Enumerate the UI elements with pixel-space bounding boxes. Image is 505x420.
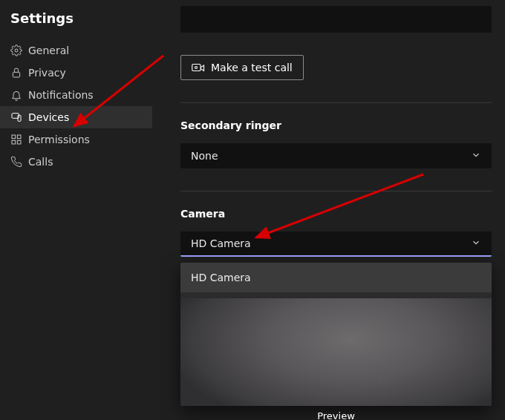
phone-icon (10, 155, 27, 168)
permissions-icon (10, 133, 27, 146)
svg-rect-5 (17, 135, 21, 139)
camera-value: HD Camera (191, 237, 251, 249)
page-title: Settings (0, 4, 152, 39)
sidebar: Settings General Privacy Notifications D… (0, 0, 152, 420)
sidebar-item-label: General (27, 45, 69, 56)
speaker-dropdown[interactable] (180, 6, 492, 33)
secondary-ringer-value: None (191, 150, 218, 162)
svg-rect-1 (13, 72, 19, 77)
camera-dropdown-panel: HD Camera (180, 263, 492, 406)
sidebar-item-label: Privacy (27, 67, 66, 79)
chevron-down-icon (471, 150, 481, 163)
camera-dropdown[interactable]: HD Camera (180, 232, 492, 257)
sidebar-item-label: Permissions (27, 134, 90, 145)
test-call-label: Make a test call (211, 62, 293, 73)
svg-point-0 (15, 49, 18, 52)
camera-option[interactable]: HD Camera (180, 263, 492, 292)
camera-label: Camera (180, 208, 492, 220)
bell-icon (10, 88, 27, 102)
sidebar-item-privacy[interactable]: Privacy (0, 62, 152, 84)
svg-rect-8 (192, 65, 201, 71)
sidebar-item-label: Calls (27, 156, 53, 168)
sidebar-item-permissions[interactable]: Permissions (0, 128, 152, 151)
camera-preview (180, 298, 492, 406)
lock-icon (10, 66, 27, 79)
test-call-icon (192, 62, 205, 73)
sidebar-item-label: Notifications (27, 89, 94, 101)
make-test-call-button[interactable]: Make a test call (180, 55, 304, 80)
secondary-ringer-dropdown[interactable]: None (180, 143, 492, 168)
sidebar-item-label: Devices (27, 111, 69, 123)
secondary-ringer-label: Secondary ringer (180, 119, 492, 131)
chevron-down-icon (471, 237, 481, 250)
svg-rect-7 (17, 140, 21, 144)
svg-rect-6 (12, 140, 16, 144)
divider (180, 191, 492, 191)
sidebar-item-devices[interactable]: Devices (0, 106, 152, 128)
svg-rect-4 (12, 135, 16, 139)
sidebar-item-calls[interactable]: Calls (0, 151, 152, 173)
sidebar-item-notifications[interactable]: Notifications (0, 84, 152, 106)
camera-preview-label: Preview (180, 410, 492, 420)
divider (180, 102, 492, 103)
svg-point-9 (195, 67, 198, 69)
devices-icon (10, 111, 27, 124)
main-content: Make a test call Secondary ringer None C… (152, 0, 505, 420)
gear-icon (10, 44, 27, 57)
sidebar-item-general[interactable]: General (0, 39, 152, 62)
